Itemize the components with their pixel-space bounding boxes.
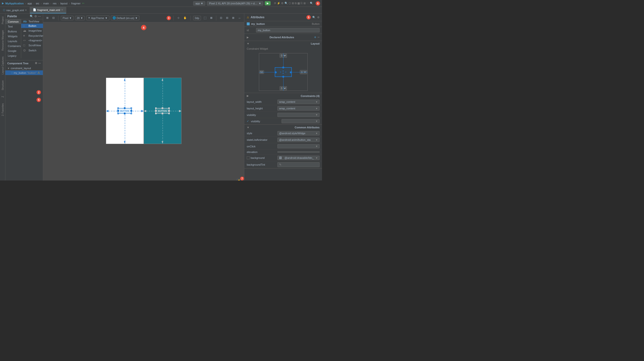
tab-resource-manager[interactable]: Resource Manager (0, 27, 5, 54)
palette-item-imageview[interactable]: ⛰ ImageView (21, 28, 46, 33)
tab-favorites-label: 2: Favorites (2, 103, 4, 116)
cd-handle-bottom (282, 76, 284, 78)
breadcrumb-res[interactable]: res (53, 2, 56, 5)
breadcrumb-app[interactable]: app (28, 2, 32, 5)
align-btn[interactable]: ⊟ (225, 16, 230, 20)
device-selector-btn[interactable]: Pixel 2 XL API 28 (minSdk(API 29) > devi… (207, 1, 263, 6)
guide-btn[interactable]: ↔ (237, 16, 242, 20)
arrow-left-light: ◀ (106, 109, 108, 112)
app-title[interactable]: MyApplication (5, 2, 24, 5)
badge-6: 6 (316, 1, 320, 6)
locale-dropdown[interactable]: 🌐 Default (en-us) ▼ (111, 16, 140, 20)
attr-id-input[interactable] (256, 28, 320, 32)
onclick-dropdown[interactable]: ▼ (278, 144, 320, 148)
background-tint-picker[interactable]: ✎ (278, 162, 320, 167)
palette-cat-containers[interactable]: Containers (5, 44, 21, 48)
toolbar-sep-1 (58, 16, 58, 20)
api-dropdown[interactable]: 28 ▼ (75, 16, 85, 20)
zoom-dropdown[interactable]: Pixel ▼ (61, 16, 74, 20)
layout-height-dropdown[interactable]: wrap_content ▼ (278, 106, 320, 110)
pan-btn[interactable]: ✋ (182, 16, 188, 20)
breadcrumb-main[interactable]: main (43, 2, 49, 5)
palette-item-recyclerview-label: RecyclerView (28, 34, 44, 37)
phone-light[interactable]: BUTTON ▲ ▼ (106, 78, 144, 144)
palette-cat-text[interactable]: Text (5, 24, 21, 29)
tab-structure[interactable]: Structure (0, 78, 5, 93)
tree-root[interactable]: ▼ constraint_layout (5, 66, 43, 70)
tab-nav-graph[interactable]: ⬡ nav_graph.xml ✕ (0, 7, 30, 14)
palette-item-scrollview-label: ScrollView (28, 44, 41, 47)
select-btn[interactable]: ⊹ (176, 16, 181, 20)
dp-value: 0dp (195, 16, 199, 20)
palette-cat-google[interactable]: Google (5, 48, 21, 53)
elevation-label: elevation (247, 150, 276, 154)
background-checkbox[interactable] (247, 156, 250, 159)
tab-fragment-main[interactable]: 📄 fragment_main.xml ✕ (30, 7, 66, 14)
attr-settings-icon[interactable]: ⚙ (317, 16, 320, 19)
remove-constraint-btn[interactable]: ⊠ (209, 16, 214, 20)
palette-item-fragment[interactable]: <> <fragment> (21, 38, 46, 43)
component-tree-settings-icon[interactable]: ⚙ (35, 62, 37, 65)
elevation-value-box[interactable] (278, 151, 320, 153)
palette-item-textview[interactable]: Ab TextView (21, 19, 46, 24)
breadcrumb-fragmer[interactable]: fragmer (71, 2, 80, 5)
switch-icon: ⊙ (23, 48, 27, 52)
palette-minimize-icon[interactable]: — (38, 14, 41, 18)
tab-layout-captures[interactable]: Layout Captures (0, 54, 5, 77)
palette-item-switch[interactable]: ⊙ Switch (21, 48, 46, 53)
palette-cat-common[interactable]: Common (5, 19, 21, 24)
dp-dropdown[interactable]: 0dp (193, 16, 201, 20)
cd-inner-left: « (280, 71, 281, 73)
tab-project[interactable]: Project (0, 14, 5, 27)
api-label: 28 (77, 16, 80, 20)
palette-cat-legacy[interactable]: Legacy (5, 53, 21, 58)
attr-search-icon[interactable]: 🔍 (312, 16, 316, 19)
toggle-btn[interactable]: ⊡ (51, 16, 56, 20)
tree-item-name: my_button (14, 71, 26, 74)
palette-cat-buttons[interactable]: Buttons (5, 29, 21, 34)
layout-width-dropdown[interactable]: wrap_content ▼ (278, 100, 320, 104)
arrow-right-light: ▶ (141, 109, 144, 112)
declared-minus-btn[interactable]: − (317, 35, 320, 40)
run-button[interactable]: ▶ (265, 1, 270, 5)
run-config-btn[interactable]: app ▼ (193, 1, 205, 6)
scrollview-icon: □ (23, 43, 27, 47)
pack-btn[interactable]: ⊡ (219, 16, 223, 20)
tab-favorites[interactable]: 2: Favorites (0, 100, 5, 119)
toolbar-icons: ⟳ ⚡ ⚙ 🔍 ⬡ ⊞ ⧉ ▦ ⎘ ⊞ ⋯ 🔍 (274, 2, 313, 5)
tab-z[interactable]: Z (0, 93, 5, 100)
handle-br-d (168, 113, 170, 114)
chain-btn[interactable]: ⊞ (231, 16, 236, 20)
badge-5: 5 (306, 15, 311, 20)
state-animator-dropdown[interactable]: @android:anim/button_sta ▼ (278, 138, 320, 142)
breadcrumb-layout[interactable]: layout (60, 2, 68, 5)
theme-dropdown[interactable]: ☀ AppTheme ▼ (86, 16, 109, 20)
attr-section-declared-header[interactable]: ▶ Declared Attributes + − (244, 34, 322, 41)
tab-fragment-close[interactable]: ✕ (61, 8, 63, 11)
add-constraint-btn[interactable]: ⛶ (202, 16, 208, 20)
palette-settings-icon[interactable]: ⚙ (34, 14, 37, 18)
palette-cat-widgets[interactable]: Widgets (5, 34, 21, 39)
attr-section-common-header[interactable]: ▼ Common Attributes (244, 125, 322, 130)
palette-search-icon[interactable]: 🔍 (30, 14, 33, 18)
tab-nav-close[interactable]: ✕ (25, 9, 27, 12)
breadcrumb-src[interactable]: src (36, 2, 40, 5)
palette-cat-layouts[interactable]: Layouts (5, 39, 21, 44)
palette-item-textview-label: TextView (28, 20, 39, 23)
layout-width-value: wrap_content (279, 100, 295, 103)
visibility-2-dropdown[interactable]: ▼ (282, 119, 320, 123)
tree-item-my-button[interactable]: □ my_button "button" ⚠ (5, 70, 43, 75)
declared-add-btn[interactable]: + (314, 35, 316, 40)
phone-dark[interactable]: BUTTON ▲ ▼ ◀ (144, 78, 182, 144)
handle-left (117, 110, 119, 112)
component-tree-minimize-icon[interactable]: — (38, 62, 41, 65)
palette-item-recyclerview[interactable]: ≡ RecyclerView (21, 33, 46, 38)
style-dropdown[interactable]: @android:style/Widge ▼ (278, 131, 320, 136)
palette-item-button[interactable]: □ Button (21, 24, 46, 28)
orient-btn[interactable]: ⊞ (45, 16, 50, 20)
visibility-1-dropdown[interactable]: ▼ (278, 113, 320, 117)
attr-section-constraints-header[interactable]: ▶ Constraints (4) (244, 93, 322, 99)
attr-section-layout-header[interactable]: ▼ Layout (244, 41, 322, 46)
background-dropdown[interactable]: 🖼 @android:drawable/btn_ ▼ (278, 156, 320, 160)
palette-item-scrollview[interactable]: □ ScrollView (21, 43, 46, 48)
